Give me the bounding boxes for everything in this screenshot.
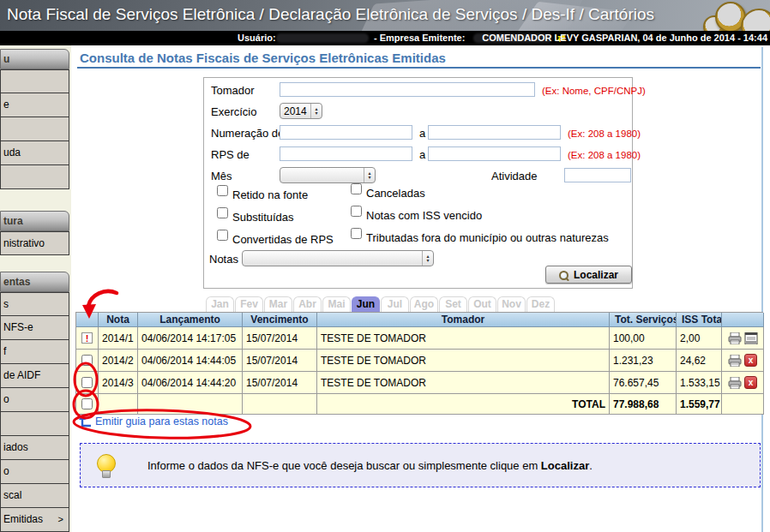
info-text: Informe o dados da NFS-e que você deseja… (147, 459, 593, 472)
sidebar-item-aidf[interactable]: de AIDF (0, 364, 69, 388)
print-icon[interactable] (728, 355, 742, 367)
month-tabs: Jan Fev Mar Abr Mai Jun Jul Ago Set Out … (206, 296, 555, 312)
tab-jun-selected[interactable]: Jun (352, 296, 380, 312)
total-iss-total: 1.559,77 (677, 394, 722, 415)
company-label: - Empresa Emitente: (374, 31, 465, 45)
row2-lancamento: 04/06/2014 14:44:05 (138, 350, 243, 372)
tab-set[interactable]: Set (439, 296, 467, 312)
spinner-icon: ▴▾ (364, 168, 375, 182)
row2-tomador: TESTE DE TOMADOR (317, 350, 610, 372)
info-box: Informe o dados da NFS-e que você deseja… (80, 443, 761, 487)
red-arrow-annotation (88, 291, 117, 306)
row2-flag-cell (76, 350, 99, 372)
canceladas-checkbox[interactable] (351, 183, 362, 194)
info-text-before: Informe o dados da NFS-e que você deseja… (147, 459, 541, 472)
total-empty (138, 394, 243, 415)
retido-checkbox[interactable] (217, 185, 228, 196)
numeracao-de-input[interactable] (280, 125, 412, 140)
substituidas-checkbox[interactable] (217, 207, 228, 218)
tab-ago[interactable]: Ago (410, 296, 438, 312)
emit-guia-link[interactable]: Emitir guia para estas notas (95, 415, 228, 427)
sidebar-section-ferramentas: entas (0, 272, 69, 292)
row3-select-checkbox[interactable] (81, 377, 93, 388)
page-title: Consulta de Notas Fiscais de Serviços El… (80, 51, 446, 65)
sidebar-item[interactable] (0, 165, 69, 189)
exercicio-value: 2014 (280, 105, 310, 117)
tomador-input[interactable] (280, 82, 535, 97)
convertidas-checkbox[interactable] (217, 230, 228, 241)
row2-iss-total: 24,62 (677, 350, 722, 372)
notas-table: Nota Lançamento Vencimento Tomador Tot. … (75, 312, 763, 415)
col-header-vencimento: Vencimento (243, 313, 317, 327)
sidebar-item[interactable]: o (0, 460, 69, 484)
select-all-checkbox[interactable] (81, 398, 93, 409)
localizar-button-label: Localizar (574, 269, 618, 281)
tab-nov[interactable]: Nov (497, 296, 526, 312)
total-tot-servicos: 77.988,68 (610, 394, 677, 415)
tomador-label: Tomador (211, 84, 255, 97)
sidebar-item[interactable] (0, 412, 69, 436)
row2-select-checkbox[interactable] (81, 355, 93, 366)
app-banner: Nota Fiscal de Serviços Eletrônica / Dec… (0, 0, 770, 31)
sidebar-item[interactable]: f (0, 340, 69, 364)
view-guia-icon[interactable] (744, 332, 758, 344)
sidebar-item-administrativo[interactable]: nistrativo (0, 231, 69, 255)
atividade-input[interactable] (564, 168, 631, 182)
tab-fev[interactable]: Fev (235, 296, 263, 312)
row3-lancamento: 04/06/2014 14:44:20 (138, 372, 243, 394)
sidebar-item-emitidas[interactable]: Emitidas > (0, 508, 69, 532)
notas-select[interactable]: ▴▾ (242, 250, 434, 266)
rps-de-input[interactable] (280, 146, 412, 161)
iss-vencido-checkbox[interactable] (351, 206, 362, 217)
sidebar-item[interactable]: s (0, 292, 69, 316)
sidebar-item[interactable]: iados (0, 436, 69, 460)
total-empty (99, 394, 138, 415)
print-icon[interactable] (728, 332, 742, 344)
row1-nota: 2014/1 (99, 327, 138, 350)
rps-range-sep: a (419, 148, 425, 161)
substituidas-label: Substituídas (232, 211, 294, 224)
sidebar-item[interactable] (0, 69, 69, 93)
atividade-label: Atividade (491, 170, 537, 182)
cancel-nota-icon[interactable]: x (744, 354, 757, 367)
sidebar-item[interactable] (0, 117, 69, 141)
cancel-nota-icon[interactable]: x (744, 376, 757, 389)
tab-mai[interactable]: Mai (322, 296, 351, 312)
sidebar-item[interactable]: e (0, 93, 69, 117)
tab-out[interactable]: Out (468, 296, 496, 312)
sidebar-item[interactable]: o (0, 388, 69, 412)
tab-jul[interactable]: Jul (381, 296, 409, 312)
emit-guia-row: Emitir guia para estas notas (79, 415, 228, 428)
sidebar-item-ajuda[interactable]: uda (0, 141, 69, 165)
mes-label: Mês (211, 170, 232, 182)
tab-mar[interactable]: Mar (264, 296, 292, 312)
row3-tomador: TESTE DE TOMADOR (317, 372, 610, 394)
lightbulb-icon (96, 454, 115, 476)
sidebar-item-nfse[interactable]: NFS-e (0, 316, 69, 340)
tab-dez[interactable]: Dez (526, 296, 555, 312)
sidebar: u e uda tura nistrativo entas s NFS-e f … (0, 45, 71, 532)
sidebar-section-prefeitura: tura (0, 211, 69, 231)
row3-flag-cell (76, 372, 99, 394)
title-divider (77, 67, 761, 69)
localizar-button[interactable]: Localizar (545, 266, 632, 284)
sidebar-item-fiscal[interactable]: scal (0, 484, 69, 508)
row2-actions: x (722, 350, 764, 372)
numeracao-label: Numeração de (211, 127, 284, 140)
tributadas-checkbox[interactable] (351, 228, 362, 239)
row1-actions (722, 327, 764, 350)
magnifier-icon (559, 271, 568, 279)
sidebar-section-menu: u (0, 49, 69, 69)
tab-jan[interactable]: Jan (206, 296, 234, 312)
mes-select[interactable]: ▴▾ (280, 167, 376, 183)
retido-label: Retido na fonte (232, 188, 308, 201)
print-icon[interactable] (728, 377, 742, 389)
exercicio-select[interactable]: 2014 ▴▾ (280, 103, 322, 119)
row3-nota: 2014/3 (99, 372, 138, 394)
numeracao-a-input[interactable] (428, 125, 561, 140)
rps-a-input[interactable] (428, 146, 561, 161)
return-arrow-icon (79, 415, 92, 428)
warning-exclamation-icon: ! (81, 332, 93, 344)
info-text-bold: Localizar (541, 459, 589, 472)
tab-abr[interactable]: Abr (293, 296, 322, 312)
